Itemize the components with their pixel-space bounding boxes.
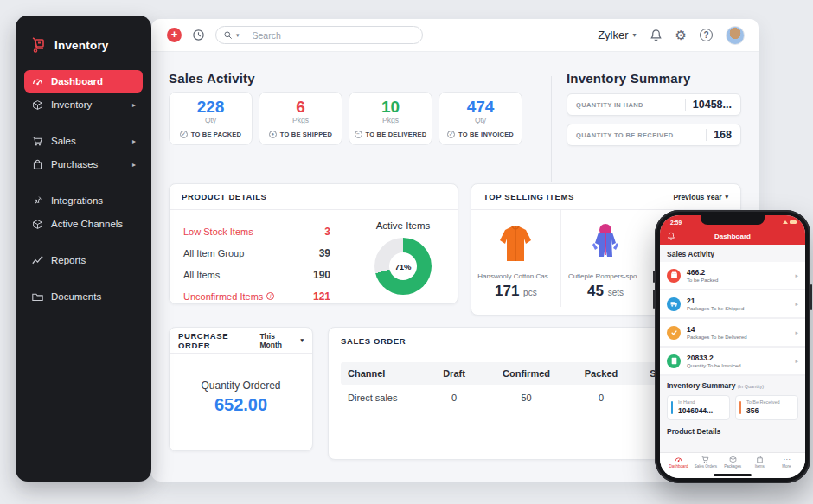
- sidebar-item-label: Inventory: [51, 99, 92, 110]
- sidebar: Inventory Dashboard Inventory ▸ Sales ▸ …: [16, 16, 151, 482]
- period-filter-dropdown[interactable]: Previous Year ▾: [673, 193, 728, 201]
- top-selling-item[interactable]: Cutiepie Rompers-spo... 45 sets: [561, 210, 651, 307]
- sidebar-item-purchases[interactable]: Purchases ▸: [24, 153, 143, 175]
- recent-history-icon[interactable]: [192, 29, 205, 41]
- chevron-down-icon: ▾: [633, 31, 637, 39]
- user-avatar[interactable]: [726, 26, 745, 45]
- low-stock-items-row[interactable]: Low Stock Items 3: [183, 220, 330, 242]
- nav-label: Items: [755, 464, 765, 469]
- phone-row-to-be-packed: 466.2 To be Packed ▸: [660, 262, 805, 290]
- app-logo: Inventory: [16, 33, 151, 69]
- phone-power-button: [810, 284, 812, 310]
- accent-bar: [739, 401, 741, 414]
- product-name: Hanswooly Cotton Cas...: [477, 272, 554, 280]
- product-image-romper: [586, 219, 624, 269]
- settings-gear-icon[interactable]: ⚙: [675, 29, 687, 41]
- phone-nav-packages: Packages: [719, 456, 746, 469]
- card-label: TO BE DELIVERED: [366, 131, 427, 138]
- sidebar-item-label: Active Channels: [51, 219, 123, 229]
- status-time: 2:59: [670, 220, 682, 226]
- panel-title: PRODUCT DETAILS: [182, 192, 267, 201]
- bell-icon: [667, 232, 675, 240]
- row-value: 3: [324, 226, 330, 238]
- status-circle-icon: −: [355, 131, 362, 138]
- phone-notch: [701, 215, 765, 225]
- phone-volume-button: [653, 290, 655, 309]
- sidebar-item-label: Reports: [51, 255, 86, 265]
- notifications-bell-icon[interactable]: [650, 29, 663, 41]
- cart-icon: [31, 136, 43, 147]
- wifi-icon: [783, 220, 788, 224]
- card-to-be-shipped[interactable]: 6 Pkgs ●TO BE SHIPPED: [259, 92, 342, 145]
- unconfirmed-items-row[interactable]: Unconfirmed Items i 121: [183, 285, 330, 307]
- card-to-be-invoiced[interactable]: 474 Qty ✓TO BE INVOICED: [439, 92, 522, 145]
- info-icon[interactable]: i: [266, 292, 274, 300]
- nav-label: Sales Orders: [695, 464, 717, 469]
- battery-icon: [790, 220, 797, 224]
- period-filter-dropdown[interactable]: This Month ▾: [259, 332, 304, 349]
- status-circle-icon: ●: [269, 131, 277, 138]
- filter-label: This Month: [259, 332, 297, 349]
- chevron-right-icon: ▸: [795, 329, 798, 336]
- quantity-to-be-received-row: QUANTITY TO BE RECEIVED 168: [567, 124, 741, 146]
- channel-cell[interactable]: Direct sales: [341, 392, 423, 403]
- sidebar-item-documents[interactable]: Documents: [24, 285, 143, 308]
- quantity-in-hand-row: QUANTITY IN HAND 10458...: [567, 93, 741, 116]
- card-unit: Qty: [205, 116, 216, 124]
- bag-icon: [756, 456, 764, 463]
- metric-value: 652.00: [214, 395, 267, 415]
- chevron-right-icon: ▸: [795, 301, 798, 308]
- sidebar-item-label: Purchases: [51, 159, 98, 169]
- row-label: All Item Group: [183, 248, 244, 258]
- box-icon: [667, 269, 681, 283]
- package-icon: [729, 456, 737, 463]
- card-to-be-delivered[interactable]: 10 Pkgs −TO BE DELIVERED: [349, 92, 432, 145]
- donut-percent: 71%: [394, 262, 411, 271]
- search-icon: [223, 30, 233, 40]
- search-divider: [246, 30, 246, 40]
- all-item-group-row[interactable]: All Item Group 39: [183, 242, 330, 264]
- panel-title: TOP SELLING ITEMS: [483, 192, 574, 201]
- row-label: Packages To be Shipped: [687, 306, 744, 311]
- search-box[interactable]: ▾: [215, 26, 423, 44]
- status-circle-icon: ✓: [180, 131, 188, 138]
- top-selling-item[interactable]: Hanswooly Cotton Cas... 171 pcs: [471, 210, 561, 307]
- phone-volume-button: [653, 271, 655, 283]
- phone-row-to-be-invoiced: 20833.2 Quantity To be Invoiced ▸: [660, 348, 805, 376]
- product-details-panel: PRODUCT DETAILS Low Stock Items 3 All It…: [169, 183, 458, 304]
- sidebar-item-inventory[interactable]: Inventory ▸: [24, 93, 143, 116]
- row-label: Quantity To be Invoiced: [687, 363, 741, 368]
- product-unit: sets: [608, 288, 624, 297]
- card-to-be-packed[interactable]: 228 Qty ✓TO BE PACKED: [169, 92, 253, 145]
- inventory-summary-title: Inventory Summary: [567, 71, 690, 86]
- org-switcher[interactable]: Zylker ▾: [598, 29, 636, 41]
- help-icon[interactable]: ?: [700, 29, 713, 41]
- sidebar-item-integrations[interactable]: Integrations: [24, 189, 143, 212]
- cube-icon: [31, 219, 43, 230]
- panel-title: PURCHASE ORDER: [178, 331, 259, 350]
- search-input[interactable]: [253, 30, 382, 41]
- sidebar-item-dashboard[interactable]: Dashboard: [24, 70, 143, 93]
- sidebar-item-reports[interactable]: Reports: [24, 249, 143, 271]
- sidebar-item-label: Dashboard: [51, 76, 103, 86]
- card-unit: Pkgs: [382, 116, 399, 124]
- chevron-right-icon: ▸: [132, 101, 136, 109]
- quick-create-button[interactable]: +: [167, 28, 182, 42]
- row-value: 20833.2: [687, 354, 741, 362]
- phone-row-to-be-delivered: 14 Packages To be Delivered ▸: [660, 319, 805, 348]
- nav-label: Dashboard: [669, 464, 688, 469]
- all-items-row[interactable]: All Items 190: [183, 264, 330, 285]
- search-scope-caret-icon[interactable]: ▾: [236, 32, 240, 39]
- donut-chart-label: Active Items: [376, 220, 431, 231]
- sidebar-item-sales[interactable]: Sales ▸: [24, 130, 143, 152]
- phone-row-to-be-shipped: 21 Packages To be Shipped ▸: [660, 290, 805, 319]
- plug-icon: [31, 195, 43, 207]
- product-image-sweater: [493, 219, 538, 269]
- table-row: Direct sales 0 50 0 0: [341, 385, 678, 411]
- card-label: TO BE PACKED: [191, 131, 241, 138]
- sidebar-item-active-channels[interactable]: Active Channels: [24, 213, 143, 235]
- phone-product-details-title: Product Details: [660, 422, 805, 439]
- phone-nav-dashboard: Dashboard: [665, 456, 692, 469]
- truck-icon: [667, 297, 681, 311]
- phone-nav-sales-orders: Sales Orders: [692, 456, 719, 469]
